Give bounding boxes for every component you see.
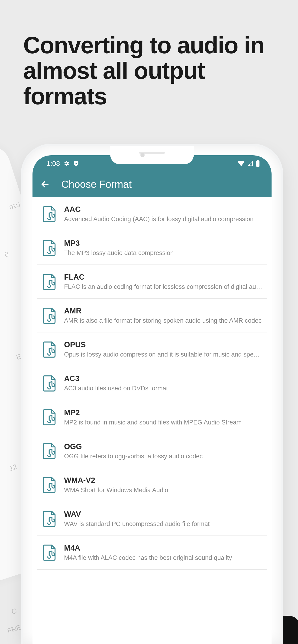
appbar-title: Choose Format xyxy=(61,178,132,190)
signal-icon xyxy=(247,161,253,166)
format-item-flac[interactable]: FLACFLAC is an audio coding format for l… xyxy=(37,265,267,298)
format-item-text: MP3The MP3 lossy audio data compression xyxy=(64,239,263,257)
format-title: AMR xyxy=(64,306,263,315)
format-description: OGG file refers to ogg-vorbis, a lossy a… xyxy=(64,452,263,460)
audio-file-icon xyxy=(43,443,56,459)
format-title: AC3 xyxy=(64,374,263,383)
arrow-left-icon xyxy=(40,179,50,190)
format-item-wma-v2[interactable]: WMA-V2WMA Short for Windows Media Audio xyxy=(37,468,267,502)
format-description: FLAC is an audio coding format for lossl… xyxy=(64,283,263,291)
format-list[interactable]: AACAdvanced Audio Coding (AAC) is for lo… xyxy=(33,197,271,570)
shield-icon xyxy=(73,160,79,167)
audio-file-icon xyxy=(43,375,56,392)
statusbar-time: 1:08 xyxy=(47,160,60,168)
back-button[interactable] xyxy=(38,177,52,191)
format-item-m4a[interactable]: M4AM4A file with ALAC codec has the best… xyxy=(37,536,267,570)
ghost-label: C xyxy=(11,607,18,616)
format-item-mp2[interactable]: MP2MP2 is found in music and sound files… xyxy=(37,400,267,434)
format-title: WAV xyxy=(64,510,263,518)
format-item-text: MP2MP2 is found in music and sound files… xyxy=(64,408,263,426)
format-item-text: OPUSOpus is lossy audio compression and … xyxy=(64,340,263,359)
gear-icon xyxy=(63,160,70,167)
format-description: M4A file with ALAC codec has the best or… xyxy=(64,554,263,562)
format-item-text: AMRAMR is also a file format for storing… xyxy=(64,306,263,325)
phone-screen: 1:08 xyxy=(33,155,271,644)
format-item-text: WMA-V2WMA Short for Windows Media Audio xyxy=(64,476,263,494)
format-title: OGG xyxy=(64,442,263,451)
format-title: FLAC xyxy=(64,272,263,282)
audio-file-icon xyxy=(43,240,56,256)
marketing-headline: Converting to audio in almost all output… xyxy=(23,32,284,109)
audio-file-icon xyxy=(43,544,56,561)
format-title: MP3 xyxy=(64,239,263,248)
format-title: M4A xyxy=(64,544,263,552)
svg-rect-1 xyxy=(257,160,259,161)
audio-file-icon xyxy=(43,511,56,527)
phone-notch xyxy=(110,146,194,164)
front-camera xyxy=(140,153,145,157)
audio-file-icon xyxy=(43,342,56,358)
format-description: MP2 is found in music and sound files wi… xyxy=(64,418,263,426)
format-item-opus[interactable]: OPUSOpus is lossy audio compression and … xyxy=(37,332,267,366)
wifi-icon xyxy=(238,161,245,166)
svg-rect-0 xyxy=(256,161,259,167)
format-description: WMA Short for Windows Media Audio xyxy=(64,486,263,494)
format-item-aac[interactable]: AACAdvanced Audio Coding (AAC) is for lo… xyxy=(37,197,267,231)
format-description: The MP3 lossy audio data compression xyxy=(64,249,263,257)
format-title: WMA-V2 xyxy=(64,476,263,485)
format-item-ogg[interactable]: OGGOGG file refers to ogg-vorbis, a loss… xyxy=(37,434,267,468)
audio-file-icon xyxy=(43,409,56,426)
battery-icon xyxy=(256,160,260,167)
format-item-text: AC3AC3 audio files used on DVDs format xyxy=(64,374,263,392)
format-title: OPUS xyxy=(64,340,263,349)
format-title: AAC xyxy=(64,205,263,214)
format-description: AC3 audio files used on DVDs format xyxy=(64,384,263,392)
audio-file-icon xyxy=(43,206,56,222)
format-description: Opus is lossy audio compression and it i… xyxy=(64,350,263,359)
app-bar: Choose Format xyxy=(33,172,271,197)
format-item-wav[interactable]: WAVWAV is standard PC uncompressed audio… xyxy=(37,502,267,536)
phone-frame: 1:08 xyxy=(23,146,281,644)
audio-file-icon xyxy=(43,308,56,324)
format-item-text: M4AM4A file with ALAC codec has the best… xyxy=(64,544,263,562)
format-title: MP2 xyxy=(64,408,263,417)
format-item-ac3[interactable]: AC3AC3 audio files used on DVDs format xyxy=(37,366,267,400)
audio-file-icon xyxy=(43,477,56,493)
format-item-text: FLACFLAC is an audio coding format for l… xyxy=(64,272,263,291)
format-description: AMR is also a file format for storing sp… xyxy=(64,317,263,325)
format-item-amr[interactable]: AMRAMR is also a file format for storing… xyxy=(37,298,267,332)
format-item-text: AACAdvanced Audio Coding (AAC) is for lo… xyxy=(64,205,263,223)
format-item-mp3[interactable]: MP3The MP3 lossy audio data compression xyxy=(37,231,267,265)
format-description: WAV is standard PC uncompressed audio fi… xyxy=(64,520,263,528)
audio-file-icon xyxy=(43,274,56,290)
format-description: Advanced Audio Coding (AAC) is for lossy… xyxy=(64,215,263,223)
format-item-text: WAVWAV is standard PC uncompressed audio… xyxy=(64,510,263,528)
format-item-text: OGGOGG file refers to ogg-vorbis, a loss… xyxy=(64,442,263,460)
